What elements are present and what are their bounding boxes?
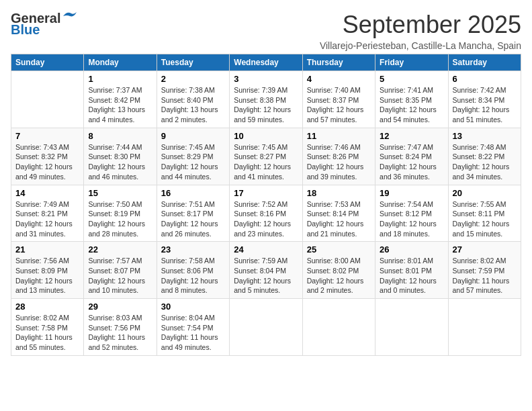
month-title: September 2025	[320, 11, 521, 39]
calendar-header-row: Sunday Monday Tuesday Wednesday Thursday…	[11, 54, 521, 71]
table-row: 4Sunrise: 7:40 AMSunset: 8:37 PMDaylight…	[302, 71, 375, 128]
table-row: 6Sunrise: 7:42 AMSunset: 8:34 PMDaylight…	[448, 71, 521, 128]
table-row: 5Sunrise: 7:41 AMSunset: 8:35 PMDaylight…	[375, 71, 448, 128]
table-row: 24Sunrise: 7:59 AMSunset: 8:04 PMDayligh…	[230, 242, 302, 299]
table-row: 21Sunrise: 7:56 AMSunset: 8:09 PMDayligh…	[11, 242, 84, 299]
day-number: 3	[234, 74, 298, 84]
day-number: 2	[161, 74, 225, 84]
table-row: 22Sunrise: 7:57 AMSunset: 8:07 PMDayligh…	[84, 242, 157, 299]
table-row: 17Sunrise: 7:52 AMSunset: 8:16 PMDayligh…	[230, 185, 302, 242]
day-info: Sunrise: 7:47 AMSunset: 8:24 PMDaylight:…	[380, 142, 443, 182]
day-info: Sunrise: 8:02 AMSunset: 7:59 PMDaylight:…	[453, 256, 517, 295]
day-number: 10	[234, 131, 298, 141]
day-info: Sunrise: 7:54 AMSunset: 8:12 PMDaylight:…	[380, 199, 443, 239]
table-row: 20Sunrise: 7:55 AMSunset: 8:11 PMDayligh…	[448, 185, 521, 242]
calendar-body: 1Sunrise: 7:37 AMSunset: 8:42 PMDaylight…	[11, 71, 521, 356]
col-friday: Friday	[375, 54, 448, 71]
day-number: 17	[234, 188, 298, 198]
day-info: Sunrise: 7:50 AMSunset: 8:19 PMDaylight:…	[88, 199, 152, 239]
day-info: Sunrise: 7:37 AMSunset: 8:42 PMDaylight:…	[88, 85, 152, 125]
table-row: 29Sunrise: 8:03 AMSunset: 7:56 PMDayligh…	[84, 299, 157, 356]
day-info: Sunrise: 7:49 AMSunset: 8:21 PMDaylight:…	[15, 199, 79, 239]
day-number: 16	[161, 188, 225, 198]
day-number: 21	[15, 244, 79, 255]
table-row: 28Sunrise: 8:02 AMSunset: 7:58 PMDayligh…	[11, 299, 84, 356]
day-info: Sunrise: 7:38 AMSunset: 8:40 PMDaylight:…	[161, 85, 225, 125]
table-row: 25Sunrise: 8:00 AMSunset: 8:02 PMDayligh…	[302, 242, 375, 299]
table-row: 2Sunrise: 7:38 AMSunset: 8:40 PMDaylight…	[157, 71, 229, 128]
day-number: 19	[380, 188, 443, 198]
day-info: Sunrise: 7:44 AMSunset: 8:30 PMDaylight:…	[88, 142, 152, 182]
table-row: 7Sunrise: 7:43 AMSunset: 8:32 PMDaylight…	[11, 128, 84, 185]
day-number: 28	[15, 302, 79, 312]
day-info: Sunrise: 7:59 AMSunset: 8:04 PMDaylight:…	[234, 256, 298, 295]
day-info: Sunrise: 7:41 AMSunset: 8:35 PMDaylight:…	[380, 85, 443, 125]
day-number: 26	[380, 244, 443, 255]
day-number: 22	[88, 244, 152, 255]
day-number: 1	[88, 74, 152, 84]
day-number: 23	[161, 244, 225, 255]
day-info: Sunrise: 8:02 AMSunset: 7:58 PMDaylight:…	[15, 313, 79, 353]
calendar-table: Sunday Monday Tuesday Wednesday Thursday…	[11, 54, 521, 356]
location-text: Villarejo-Periesteban, Castille-La Manch…	[320, 40, 521, 51]
table-row: 12Sunrise: 7:47 AMSunset: 8:24 PMDayligh…	[375, 128, 448, 185]
calendar-week-row: 28Sunrise: 8:02 AMSunset: 7:58 PMDayligh…	[11, 299, 521, 356]
table-row: 1Sunrise: 7:37 AMSunset: 8:42 PMDaylight…	[84, 71, 157, 128]
col-thursday: Thursday	[302, 54, 375, 71]
day-number: 18	[307, 188, 371, 198]
day-number: 14	[15, 188, 79, 198]
day-number: 27	[453, 244, 517, 255]
title-block: September 2025 Villarejo-Periesteban, Ca…	[320, 11, 521, 51]
day-info: Sunrise: 7:45 AMSunset: 8:29 PMDaylight:…	[161, 142, 225, 182]
day-info: Sunrise: 7:56 AMSunset: 8:09 PMDaylight:…	[15, 256, 79, 295]
table-row: 13Sunrise: 7:48 AMSunset: 8:22 PMDayligh…	[448, 128, 521, 185]
day-info: Sunrise: 7:43 AMSunset: 8:32 PMDaylight:…	[15, 142, 79, 182]
table-row: 15Sunrise: 7:50 AMSunset: 8:19 PMDayligh…	[84, 185, 157, 242]
day-info: Sunrise: 8:03 AMSunset: 7:56 PMDaylight:…	[88, 313, 152, 353]
logo-blue-text: Blue	[11, 22, 40, 38]
table-row: 26Sunrise: 8:01 AMSunset: 8:01 PMDayligh…	[375, 242, 448, 299]
table-row: 8Sunrise: 7:44 AMSunset: 8:30 PMDaylight…	[84, 128, 157, 185]
table-row	[230, 299, 302, 356]
day-info: Sunrise: 8:04 AMSunset: 7:54 PMDaylight:…	[161, 313, 225, 353]
day-number: 8	[88, 131, 152, 141]
col-sunday: Sunday	[11, 54, 84, 71]
day-info: Sunrise: 8:01 AMSunset: 8:01 PMDaylight:…	[380, 256, 443, 295]
day-number: 30	[161, 302, 225, 312]
day-number: 15	[88, 188, 152, 198]
table-row: 16Sunrise: 7:51 AMSunset: 8:17 PMDayligh…	[157, 185, 229, 242]
day-number: 4	[307, 74, 371, 84]
day-info: Sunrise: 7:40 AMSunset: 8:37 PMDaylight:…	[307, 85, 371, 125]
table-row	[448, 299, 521, 356]
day-info: Sunrise: 7:51 AMSunset: 8:17 PMDaylight:…	[161, 199, 225, 239]
calendar-week-row: 7Sunrise: 7:43 AMSunset: 8:32 PMDaylight…	[11, 128, 521, 185]
day-info: Sunrise: 7:55 AMSunset: 8:11 PMDaylight:…	[453, 199, 517, 239]
col-monday: Monday	[84, 54, 157, 71]
day-info: Sunrise: 7:58 AMSunset: 8:06 PMDaylight:…	[161, 256, 225, 295]
day-number: 25	[307, 244, 371, 255]
table-row: 30Sunrise: 8:04 AMSunset: 7:54 PMDayligh…	[157, 299, 229, 356]
calendar-week-row: 21Sunrise: 7:56 AMSunset: 8:09 PMDayligh…	[11, 242, 521, 299]
table-row: 3Sunrise: 7:39 AMSunset: 8:38 PMDaylight…	[230, 71, 302, 128]
day-number: 24	[234, 244, 298, 255]
day-info: Sunrise: 7:46 AMSunset: 8:26 PMDaylight:…	[307, 142, 371, 182]
day-info: Sunrise: 7:42 AMSunset: 8:34 PMDaylight:…	[453, 85, 517, 125]
day-number: 11	[307, 131, 371, 141]
calendar-week-row: 1Sunrise: 7:37 AMSunset: 8:42 PMDaylight…	[11, 71, 521, 128]
logo-bird-icon	[62, 11, 77, 21]
logo: General Blue	[11, 11, 77, 38]
table-row: 9Sunrise: 7:45 AMSunset: 8:29 PMDaylight…	[157, 128, 229, 185]
day-number: 13	[453, 131, 517, 141]
table-row: 10Sunrise: 7:45 AMSunset: 8:27 PMDayligh…	[230, 128, 302, 185]
table-row	[302, 299, 375, 356]
day-info: Sunrise: 7:53 AMSunset: 8:14 PMDaylight:…	[307, 199, 371, 239]
table-row: 19Sunrise: 7:54 AMSunset: 8:12 PMDayligh…	[375, 185, 448, 242]
day-info: Sunrise: 7:48 AMSunset: 8:22 PMDaylight:…	[453, 142, 517, 182]
table-row: 11Sunrise: 7:46 AMSunset: 8:26 PMDayligh…	[302, 128, 375, 185]
table-row: 18Sunrise: 7:53 AMSunset: 8:14 PMDayligh…	[302, 185, 375, 242]
table-row: 23Sunrise: 7:58 AMSunset: 8:06 PMDayligh…	[157, 242, 229, 299]
day-number: 12	[380, 131, 443, 141]
day-number: 5	[380, 74, 443, 84]
table-row: 14Sunrise: 7:49 AMSunset: 8:21 PMDayligh…	[11, 185, 84, 242]
col-saturday: Saturday	[448, 54, 521, 71]
